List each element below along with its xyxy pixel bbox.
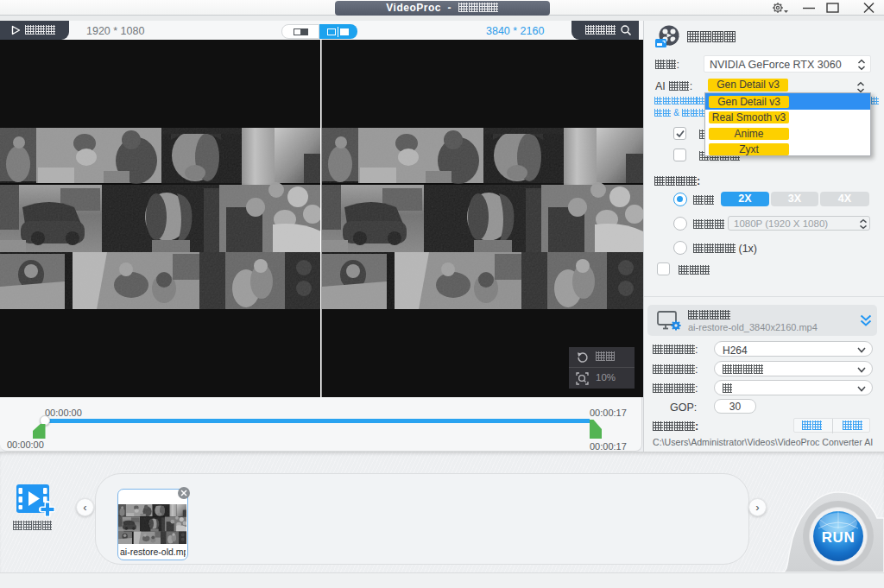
svg-text:RUN: RUN xyxy=(822,529,855,546)
